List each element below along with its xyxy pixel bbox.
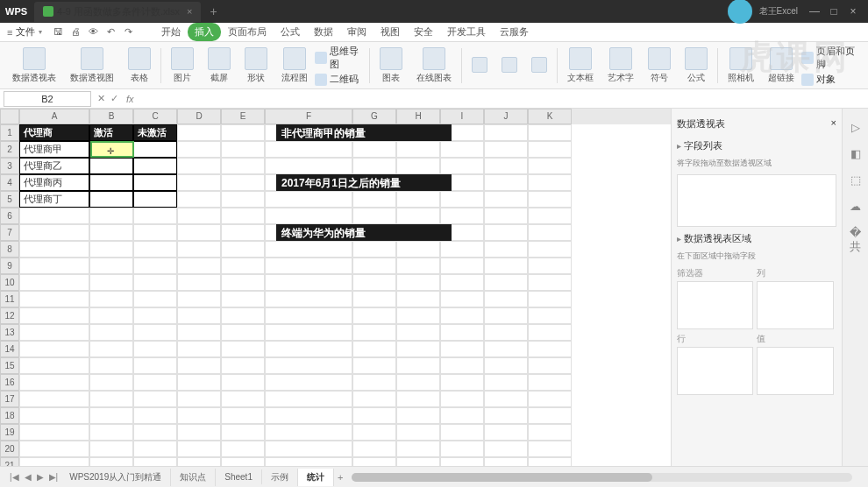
th-inactive[interactable]: 未激活 <box>133 124 177 141</box>
cell[interactable] <box>484 374 528 391</box>
cell[interactable] <box>221 407 265 424</box>
cell[interactable] <box>221 374 265 391</box>
cell[interactable] <box>89 357 133 374</box>
cell[interactable] <box>352 341 396 357</box>
cell[interactable] <box>19 324 89 341</box>
cell[interactable] <box>352 424 396 441</box>
cell-a2[interactable]: 代理商甲 <box>19 141 89 158</box>
camera-button[interactable]: 照相机 <box>724 47 758 84</box>
cell[interactable] <box>440 307 484 324</box>
cell[interactable] <box>19 424 89 441</box>
tab-security[interactable]: 安全 <box>407 23 440 41</box>
col-header-k[interactable]: K <box>528 109 572 124</box>
tab-formula[interactable]: 公式 <box>274 23 307 41</box>
cell[interactable] <box>396 341 440 357</box>
row-header[interactable]: 8 <box>0 241 19 258</box>
cell[interactable] <box>221 424 265 441</box>
qrcode-button[interactable]: 二维码 <box>315 73 366 86</box>
cell[interactable] <box>484 141 528 158</box>
cell[interactable] <box>221 224 265 241</box>
label-block-2[interactable]: 2017年6月1日之后的销量 <box>276 174 452 191</box>
cell[interactable] <box>177 441 221 457</box>
cell[interactable] <box>396 291 440 307</box>
cell[interactable] <box>440 208 484 224</box>
cell[interactable] <box>528 391 572 407</box>
cell[interactable] <box>133 407 177 424</box>
col-header-i[interactable]: I <box>440 109 484 124</box>
col-header-b[interactable]: B <box>89 109 133 124</box>
file-dropdown-icon[interactable]: ▾ <box>39 28 42 36</box>
cell[interactable] <box>133 391 177 407</box>
cell[interactable] <box>528 224 572 241</box>
cell[interactable] <box>484 324 528 341</box>
cell[interactable] <box>396 307 440 324</box>
cell[interactable] <box>221 324 265 341</box>
cell-c4[interactable] <box>133 174 177 191</box>
cell[interactable] <box>19 457 89 466</box>
label-block-3[interactable]: 终端为华为的销量 <box>276 224 452 241</box>
cell[interactable] <box>528 141 572 158</box>
flowchart-button[interactable]: 流程图 <box>278 47 311 84</box>
close-window-button[interactable]: × <box>843 5 863 18</box>
cell[interactable] <box>265 457 352 466</box>
cell-a3[interactable]: 代理商乙 <box>19 158 89 174</box>
cell[interactable] <box>89 457 133 466</box>
cell[interactable] <box>133 274 177 291</box>
tab-review[interactable]: 审阅 <box>340 23 374 41</box>
cell[interactable] <box>484 191 528 208</box>
cell[interactable] <box>89 441 133 457</box>
cell[interactable] <box>528 341 572 357</box>
cell[interactable] <box>19 407 89 424</box>
col-header-c[interactable]: C <box>133 109 177 124</box>
row-header[interactable]: 9 <box>0 258 19 274</box>
cell[interactable] <box>352 158 396 174</box>
panel-close-icon[interactable]: × <box>831 117 836 131</box>
th-agent[interactable]: 代理商 <box>19 124 89 141</box>
cell[interactable] <box>352 258 396 274</box>
scroll-thumb[interactable] <box>352 473 651 482</box>
cell[interactable] <box>440 374 484 391</box>
cell[interactable] <box>177 174 221 191</box>
cell[interactable] <box>484 224 528 241</box>
cell[interactable] <box>396 374 440 391</box>
cell[interactable] <box>396 208 440 224</box>
cell[interactable] <box>528 208 572 224</box>
cell[interactable] <box>484 158 528 174</box>
cell[interactable] <box>396 441 440 457</box>
pivot-chart-button[interactable]: 数据透视图 <box>67 47 117 84</box>
cell-a5[interactable]: 代理商丁 <box>19 191 89 208</box>
cell[interactable] <box>352 274 396 291</box>
redo-icon[interactable]: ↷ <box>122 26 134 39</box>
maximize-button[interactable]: □ <box>824 5 843 18</box>
new-tab-button[interactable]: + <box>210 4 217 18</box>
cell[interactable] <box>265 208 352 224</box>
save-icon[interactable]: 🖫 <box>52 26 64 39</box>
cell[interactable] <box>177 141 221 158</box>
cell[interactable] <box>484 424 528 441</box>
cell[interactable] <box>440 341 484 357</box>
fx-cancel-icon[interactable]: ✕ <box>97 93 105 104</box>
row-header[interactable]: 11 <box>0 291 19 307</box>
row-header[interactable]: 17 <box>0 391 19 407</box>
cell[interactable] <box>89 274 133 291</box>
cell[interactable] <box>440 391 484 407</box>
cell[interactable] <box>265 258 352 274</box>
cell[interactable] <box>177 341 221 357</box>
cell[interactable] <box>133 224 177 241</box>
col-header-h[interactable]: H <box>396 109 440 124</box>
cell[interactable] <box>89 258 133 274</box>
row-header[interactable]: 20 <box>0 441 19 457</box>
cell-c5[interactable] <box>133 191 177 208</box>
sparkline-wl-button[interactable] <box>528 57 551 74</box>
file-menu[interactable]: 文件 <box>16 25 35 39</box>
cell[interactable] <box>177 191 221 208</box>
cell[interactable] <box>440 457 484 466</box>
cell[interactable] <box>484 307 528 324</box>
cell[interactable] <box>19 391 89 407</box>
cell[interactable] <box>221 241 265 258</box>
sparkline-col-button[interactable] <box>498 57 521 74</box>
tab-cloud[interactable]: 云服务 <box>493 23 536 41</box>
cell[interactable] <box>396 258 440 274</box>
cell-a4[interactable]: 代理商丙 <box>19 174 89 191</box>
cell[interactable] <box>528 424 572 441</box>
